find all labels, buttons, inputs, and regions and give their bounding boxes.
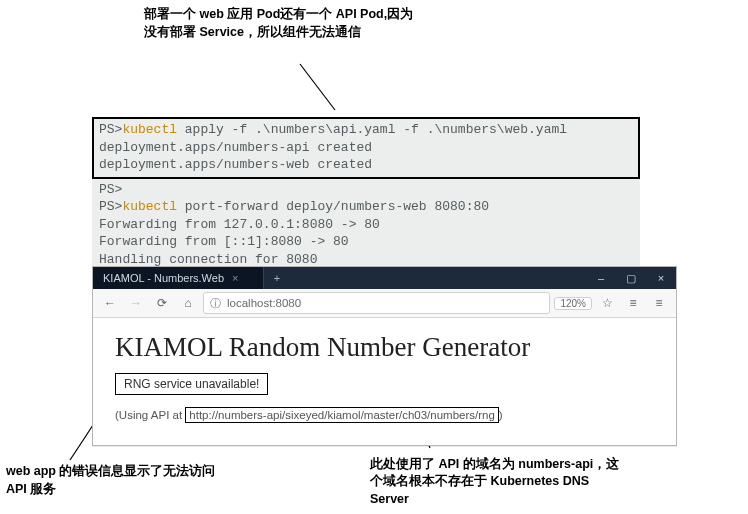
annotation-bottom-left: web app 的错误信息显示了无法访问 API 服务 (6, 463, 216, 498)
browser-titlebar: KIAMOL - Numbers.Web × + – ▢ × (93, 267, 676, 289)
cmd2-args: port-forward deploy/numbers-web 8080:80 (177, 199, 489, 214)
prompt: PS> (99, 182, 122, 197)
tab-title: KIAMOL - Numbers.Web (103, 272, 224, 284)
address-bar[interactable]: ⓘ localhost:8080 (203, 292, 550, 314)
nav-forward-button[interactable]: → (125, 296, 147, 310)
browser-window: KIAMOL - Numbers.Web × + – ▢ × ← → ⟳ ⌂ ⓘ… (92, 266, 677, 446)
window-minimize-button[interactable]: – (586, 267, 616, 289)
tab-close-icon[interactable]: × (232, 272, 238, 284)
terminal-command-block: PS>kubectl apply -f .\numbers\api.yaml -… (92, 117, 640, 179)
browser-tab[interactable]: KIAMOL - Numbers.Web × (93, 267, 264, 289)
error-message: RNG service unavailable! (115, 373, 268, 395)
kubectl-cmd: kubectl (122, 199, 177, 214)
bookmark-icon[interactable]: ☆ (596, 296, 618, 310)
terminal-output: PS>kubectl apply -f .\numbers\api.yaml -… (92, 117, 640, 274)
terminal-line: deployment.apps/numbers-api created (99, 139, 633, 157)
window-close-button[interactable]: × (646, 267, 676, 289)
kubectl-cmd: kubectl (122, 122, 177, 137)
api-line: (Using API at http://numbers-api/sixeyed… (115, 407, 654, 423)
terminal-remaining: PS> PS>kubectl port-forward deploy/numbe… (92, 179, 640, 275)
nav-reload-button[interactable]: ⟳ (151, 296, 173, 310)
window-maximize-button[interactable]: ▢ (616, 267, 646, 289)
url-text: localhost:8080 (227, 297, 301, 309)
api-prefix: (Using API at (115, 409, 182, 421)
api-url: http://numbers-api/sixeyed/kiamol/master… (185, 407, 499, 423)
terminal-line: Forwarding from [::1]:8080 -> 80 (99, 233, 633, 251)
api-suffix: ) (499, 409, 503, 421)
prompt: PS> (99, 122, 122, 137)
nav-home-button[interactable]: ⌂ (177, 296, 199, 310)
prompt: PS> (99, 199, 122, 214)
zoom-badge[interactable]: 120% (554, 297, 592, 310)
browser-toolbar: ← → ⟳ ⌂ ⓘ localhost:8080 120% ☆ ≡ ≡ (93, 289, 676, 318)
page-title: KIAMOL Random Number Generator (115, 332, 654, 363)
menu-icon[interactable]: ≡ (648, 296, 670, 310)
cmd1-args: apply -f .\numbers\api.yaml -f .\numbers… (177, 122, 567, 137)
annotation-top: 部署一个 web 应用 Pod还有一个 API Pod,因为没有部署 Servi… (144, 6, 424, 41)
annotation-bottom-right: 此处使用了 API 的域名为 numbers-api，这个域名根本不存在于 Ku… (370, 456, 620, 509)
nav-back-button[interactable]: ← (99, 296, 121, 310)
terminal-line: Forwarding from 127.0.0.1:8080 -> 80 (99, 216, 633, 234)
terminal-line: deployment.apps/numbers-web created (99, 156, 633, 174)
new-tab-button[interactable]: + (264, 267, 290, 289)
page-content: KIAMOL Random Number Generator RNG servi… (93, 318, 676, 445)
site-info-icon[interactable]: ⓘ (210, 296, 221, 311)
library-icon[interactable]: ≡ (622, 296, 644, 310)
